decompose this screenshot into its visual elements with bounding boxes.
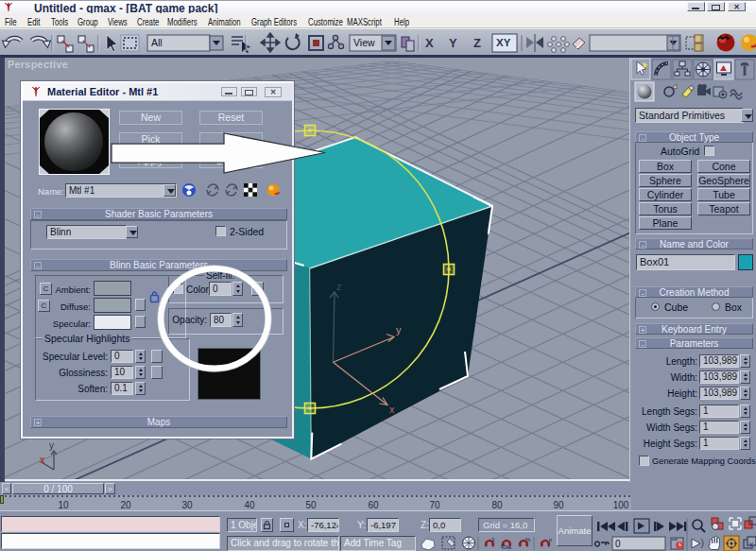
svg-text:0: 0 (615, 539, 621, 549)
svg-text:x: x (389, 404, 395, 415)
svg-text:X: X (425, 36, 434, 50)
svg-text:Z: Z (473, 36, 481, 50)
svg-text:XY: XY (496, 37, 511, 48)
svg-text:z: z (336, 281, 342, 292)
svg-text:View: View (353, 37, 375, 48)
svg-text:Y: Y (449, 36, 457, 50)
svg-text:%: % (525, 537, 531, 542)
svg-text:y: y (49, 440, 54, 451)
svg-text:y: y (396, 324, 402, 336)
svg-text:All: All (151, 37, 163, 48)
svg-text:x: x (40, 455, 45, 465)
svg-text:3: 3 (491, 537, 495, 542)
